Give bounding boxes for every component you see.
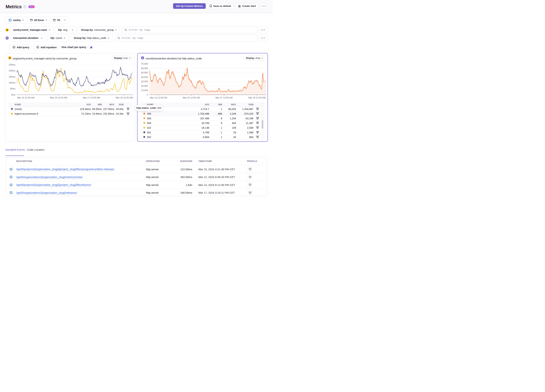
svg-text:Mar 19 12:00 AM: Mar 19 12:00 AM [116, 97, 133, 99]
svg-text:100ms: 100ms [9, 81, 15, 84]
svg-text:Mar 17 12:00 AM: Mar 17 12:00 AM [215, 97, 233, 99]
svg-text:0: 0 [147, 94, 148, 96]
svg-text:50,000: 50,000 [141, 71, 148, 74]
svg-text:Mar 17 12:00 AM: Mar 17 12:00 AM [83, 97, 100, 99]
svg-text:60,000: 60,000 [141, 67, 148, 70]
svg-text:40,000: 40,000 [141, 76, 148, 79]
svg-text:30,000: 30,000 [141, 80, 148, 83]
svg-text:0ms: 0ms [11, 94, 15, 96]
svg-text:10,000: 10,000 [141, 89, 148, 92]
svg-text:Mar 13 12:00 AM: Mar 13 12:00 AM [150, 97, 167, 99]
svg-text:Mar 13 12:00 AM: Mar 13 12:00 AM [17, 97, 34, 99]
svg-text:Mar 15 12:00 AM: Mar 15 12:00 AM [50, 97, 67, 99]
svg-text:50ms: 50ms [10, 87, 15, 90]
svg-text:250ms: 250ms [9, 64, 15, 66]
svg-text:150ms: 150ms [9, 76, 15, 78]
svg-text:70,000: 70,000 [141, 63, 148, 65]
svg-text:200ms: 200ms [9, 69, 15, 72]
svg-text:Mar 19 12:00 AM: Mar 19 12:00 AM [248, 97, 266, 99]
svg-text:20,000: 20,000 [141, 85, 148, 87]
svg-text:Mar 15 12:00 AM: Mar 15 12:00 AM [183, 97, 200, 99]
